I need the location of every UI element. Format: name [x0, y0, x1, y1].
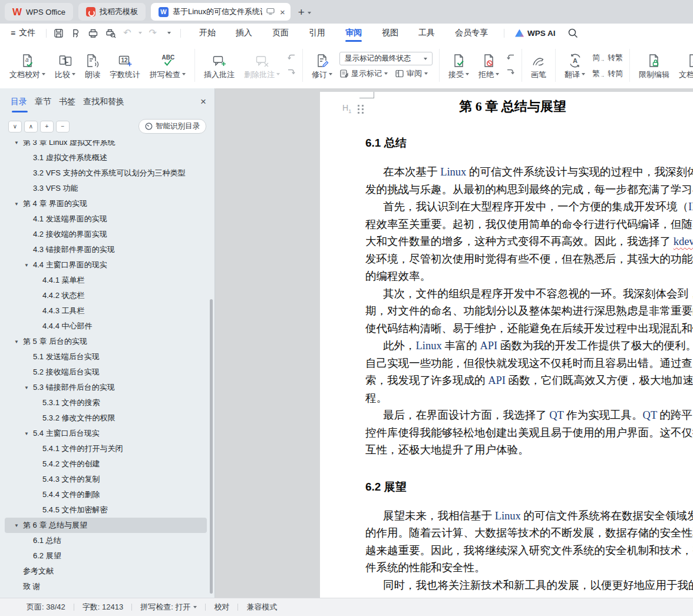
undo-button[interactable]: ↶ [120, 28, 134, 38]
next-comment-icon[interactable] [287, 68, 296, 78]
toc-collapse-all-button[interactable]: ∨ [8, 121, 22, 133]
encrypt-document-button[interactable]: 文档加密 [674, 46, 693, 85]
toc-item[interactable]: 4.4.3 工具栏 [5, 303, 207, 319]
toc-item[interactable]: 4.2 接收端的界面实现 [5, 227, 207, 242]
print-preview-button[interactable] [102, 28, 120, 38]
read-aloud-button[interactable]: 朗读 [80, 46, 105, 85]
toc-item[interactable]: 6.2 展望 [5, 548, 207, 564]
word-count-button[interactable]: 12 字数统计 [105, 46, 145, 85]
menu-item-reference[interactable]: 引用 [299, 24, 335, 42]
search-icon[interactable] [564, 28, 582, 38]
toc-item[interactable]: 4.4.4 中心部件 [5, 319, 207, 334]
tab-wps-office[interactable]: W WPS Office [5, 3, 73, 21]
traditional-to-simplified-button[interactable]: 繁 转简 [592, 67, 623, 80]
toc-item[interactable]: 3.2 VFS 支持的文件系统可以划分为三种类型 [5, 165, 207, 181]
collapse-triangle-icon[interactable]: ▼ [14, 140, 19, 145]
insert-comment-button[interactable]: 插入批注 [199, 46, 239, 85]
toc-item[interactable]: 5.4.4 文件的删除 [5, 487, 207, 502]
toc-item[interactable]: 5.1 发送端后台实现 [5, 349, 207, 365]
sidebar-tab-contents[interactable]: 目录 [11, 97, 27, 112]
pen-button[interactable]: 画笔 [526, 46, 551, 85]
toc-item[interactable]: 3.3 VFS 功能 [5, 181, 207, 196]
toc-item[interactable]: 4.4.1 菜单栏 [5, 273, 207, 288]
previous-change-icon[interactable] [506, 53, 515, 64]
toc-item[interactable]: ▼第 3 章 Linux 虚拟文件系统 [5, 140, 207, 150]
toc-item[interactable]: 5.4.5 文件加密解密 [5, 502, 207, 518]
translate-button[interactable]: A 翻译 [560, 46, 590, 85]
previous-comment-icon[interactable] [287, 53, 296, 64]
toc-expand-all-button[interactable]: ∧ [24, 121, 38, 133]
toc-item[interactable]: ▼5.4 主窗口后台现实 [5, 426, 207, 441]
wps-ai-button[interactable]: WPS AI [510, 24, 560, 42]
toc-item[interactable]: 5.4.1 文件的打开与关闭 [5, 441, 207, 456]
toc-item[interactable]: 5.2 接收端后台实现 [5, 365, 207, 380]
toc-item[interactable]: 3.1 虚拟文件系统概述 [5, 150, 207, 165]
show-markup-button[interactable]: 显示标记 [339, 68, 388, 79]
reject-button[interactable]: 拒绝 [474, 46, 504, 85]
delete-comment-button[interactable]: 删除批注 [239, 46, 285, 85]
toc-item[interactable]: 4.1 发送端界面的实现 [5, 211, 207, 227]
toc-item[interactable]: 5.3.1 文件的搜索 [5, 395, 207, 410]
sidebar-tab-find-replace[interactable]: 查找和替换 [83, 97, 124, 112]
drag-handle-icon[interactable] [358, 105, 359, 107]
track-changes-button[interactable]: 修订 [307, 46, 337, 85]
sidebar-tab-chapters[interactable]: 章节 [35, 97, 51, 112]
toc-zoom-in-button[interactable]: + [40, 121, 54, 133]
proofread-button[interactable]: 校对 [214, 602, 229, 612]
menu-item-insert[interactable]: 插入 [226, 24, 262, 42]
new-tab-button[interactable]: + [298, 6, 305, 18]
close-tab-icon[interactable]: × [280, 8, 285, 16]
toc-item[interactable]: 致 谢 [5, 579, 207, 594]
menu-item-review[interactable]: 审阅 [335, 24, 372, 42]
collapse-triangle-icon[interactable]: ▼ [14, 523, 19, 528]
document-area[interactable]: H1 第 6 章 总结与展望 6.1 总结在本次基于 Linux 的可信文件系统… [216, 88, 693, 598]
menu-item-tools[interactable]: 工具 [408, 24, 445, 42]
word-count-indicator[interactable]: 字数: 12413 [82, 602, 123, 612]
toc-item[interactable]: 5.4.2 文件的创建 [5, 456, 207, 472]
collapse-triangle-icon[interactable]: ▼ [14, 339, 19, 345]
collapse-triangle-icon[interactable]: ▼ [24, 263, 29, 268]
spell-check-button[interactable]: ABC 拼写检查 [145, 46, 190, 85]
toc-item[interactable]: 参考文献 [5, 564, 207, 579]
document-page[interactable]: H1 第 6 章 总结与展望 6.1 总结在本次基于 Linux 的可信文件系统… [320, 92, 693, 598]
collapse-triangle-icon[interactable]: ▼ [14, 201, 19, 207]
menu-item-view[interactable]: 视图 [372, 24, 408, 42]
tab-current-document[interactable]: W 基于Linux的可信文件系统设计 × [151, 3, 291, 21]
toc-zoom-out-button[interactable]: − [56, 121, 70, 133]
review-pane-button[interactable]: 审阅 [395, 68, 428, 79]
restrict-editing-button[interactable]: 限制编辑 [634, 46, 674, 85]
collapse-triangle-icon[interactable]: ▼ [24, 431, 29, 436]
toc-item[interactable]: ▼5.3 锚接部件后台的实现 [5, 380, 207, 395]
export-pdf-button[interactable] [67, 28, 84, 38]
save-button[interactable] [50, 28, 67, 38]
simplified-to-traditional-button[interactable]: 简 转繁 [592, 51, 623, 64]
menu-item-page[interactable]: 页面 [262, 24, 299, 42]
toc-item[interactable]: 6.1 总结 [5, 533, 207, 548]
menu-item-home[interactable]: 开始 [189, 24, 226, 42]
toc-item[interactable]: ▼第 5 章 后台的实现 [5, 334, 207, 349]
redo-button[interactable]: ↷ [146, 28, 160, 38]
monitor-icon[interactable] [266, 8, 275, 16]
next-change-icon[interactable] [506, 68, 515, 78]
doc-proofing-button[interactable]: a 文档校对 [5, 46, 50, 85]
toc-item[interactable]: 4.4.2 状态栏 [5, 288, 207, 303]
sidebar-close-icon[interactable]: × [200, 96, 206, 112]
spell-check-status[interactable]: 拼写检查: 打开 [140, 602, 197, 612]
sidebar-tab-bookmarks[interactable]: 书签 [59, 97, 75, 112]
print-button[interactable] [84, 28, 102, 38]
toc-item[interactable]: 4.3 锚接部件界面的实现 [5, 242, 207, 257]
smart-toc-button[interactable]: 智能识别目录 [138, 119, 206, 134]
accept-button[interactable]: 接受 [444, 46, 474, 85]
toc-item[interactable]: ▼4.4 主窗口界面的现实 [5, 257, 207, 273]
tab-list-chevron-icon[interactable] [308, 8, 311, 15]
toc-item[interactable]: 5.3.2 修改文件的权限 [5, 410, 207, 426]
quick-toolbar-chevron-icon[interactable] [164, 32, 174, 34]
file-menu-button[interactable]: ≡ 文件 [0, 28, 42, 38]
compare-button[interactable]: 比较 [50, 46, 80, 85]
page-indicator[interactable]: 页面: 38/42 [27, 602, 65, 612]
sidebar-scrollbar[interactable] [210, 299, 213, 594]
tab-docer-templates[interactable]: 找稻壳模板 [78, 3, 146, 21]
collapse-triangle-icon[interactable]: ▼ [24, 385, 29, 390]
toc-item[interactable]: ▼第 4 章 界面的实现 [5, 196, 207, 211]
toc-item[interactable]: ▼第 6 章 总结与展望 [5, 518, 207, 533]
